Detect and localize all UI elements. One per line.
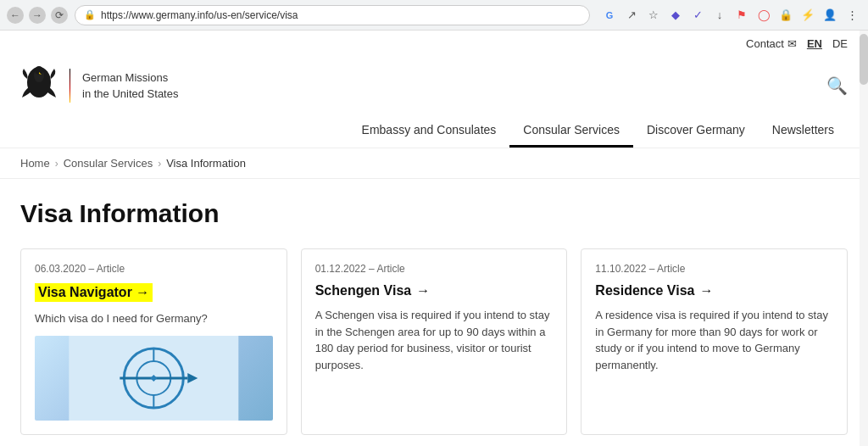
contact-label: Contact (746, 37, 784, 50)
google-icon[interactable]: G (600, 6, 619, 25)
forward-button[interactable]: → (29, 7, 46, 24)
top-bar: Contact ✉ EN DE (0, 31, 868, 57)
breadcrumb-current: Visa Information (166, 157, 246, 170)
visa-nav-illustration (35, 336, 273, 421)
lang-de-button[interactable]: DE (832, 37, 848, 50)
contact-link[interactable]: Contact ✉ (746, 37, 797, 50)
breadcrumb-sep2: › (158, 158, 161, 170)
header-top: German Missions in the United States 🔍 (20, 64, 848, 114)
mission-line1: German Missions (82, 70, 178, 86)
opera-icon[interactable]: ◯ (754, 6, 773, 25)
site-header: German Missions in the United States 🔍 E… (0, 57, 868, 148)
lock-icon: 🔒 (84, 9, 96, 20)
info-icon[interactable]: ⚑ (732, 6, 751, 25)
email-icon: ✉ (787, 37, 797, 50)
url-text: https://www.germany.info/us-en/service/v… (101, 9, 581, 21)
card-residence: 11.10.2022 – Article Residence Visa → A … (581, 248, 848, 435)
browser-icons: G ↗ ☆ ◆ ✓ ↓ ⚑ ◯ 🔒 ⚡ 👤 ⋮ (600, 6, 861, 25)
logo-text: German Missions in the United States (82, 70, 178, 103)
browser-controls: ← → ⟳ (7, 7, 68, 24)
profile-icon[interactable]: 👤 (821, 6, 839, 25)
menu-icon[interactable]: ⋮ (843, 6, 861, 25)
nav-newsletters[interactable]: Newsletters (759, 114, 848, 148)
page-title: Visa Information (20, 199, 848, 228)
breadcrumb-sep1: › (55, 158, 58, 170)
breadcrumb-home[interactable]: Home (20, 157, 50, 170)
breadcrumb: Home › Consular Services › Visa Informat… (0, 148, 868, 179)
nav-discover[interactable]: Discover Germany (633, 114, 759, 148)
card-date-0: 06.03.2020 – Article (35, 263, 273, 275)
lang-en-button[interactable]: EN (807, 37, 822, 50)
download-icon[interactable]: ↓ (710, 6, 729, 25)
card-title-1[interactable]: Schengen Visa → (315, 283, 554, 298)
card-arrow-2: → (699, 283, 713, 298)
scrollbar-thumb[interactable] (860, 34, 868, 85)
website: Contact ✉ EN DE (0, 31, 868, 446)
main-nav: Embassy and Consulates Consular Services… (20, 114, 848, 148)
flag-bar (70, 69, 70, 103)
card-title-highlight-0: Visa Navigator → (35, 283, 153, 302)
card-title-0[interactable]: Visa Navigator → (35, 283, 273, 302)
logo-area[interactable]: German Missions in the United States (20, 64, 178, 108)
card-desc-0: Which visa do I need for Germany? (35, 310, 273, 327)
extension-icon[interactable]: ⚡ (798, 6, 817, 25)
nav-consular[interactable]: Consular Services (509, 114, 633, 148)
star-icon[interactable]: ☆ (644, 6, 663, 25)
card-desc-2: A residence visa is required if you inte… (595, 307, 833, 373)
breadcrumb-consular[interactable]: Consular Services (64, 157, 153, 170)
refresh-button[interactable]: ⟳ (51, 7, 68, 24)
address-bar[interactable]: 🔒 https://www.germany.info/us-en/service… (75, 5, 590, 25)
browser-chrome: ← → ⟳ 🔒 https://www.germany.info/us-en/s… (0, 0, 868, 31)
card-date-1: 01.12.2022 – Article (315, 263, 554, 275)
card-arrow-1: → (416, 283, 430, 298)
search-button[interactable]: 🔍 (826, 75, 848, 96)
back-button[interactable]: ← (7, 7, 24, 24)
eagle-logo (20, 64, 58, 108)
shield-icon[interactable]: ◆ (666, 6, 685, 25)
card-image-0 (35, 336, 273, 421)
card-desc-1: A Schengen visa is required if you inten… (315, 307, 554, 373)
cards-grid: 06.03.2020 – Article Visa Navigator → Wh… (20, 248, 848, 435)
card-arrow-0: → (136, 285, 149, 299)
card-title-2[interactable]: Residence Visa → (595, 283, 833, 298)
nav-embassy[interactable]: Embassy and Consulates (348, 114, 510, 148)
scrollbar[interactable] (860, 31, 868, 446)
mission-line2: in the United States (82, 86, 178, 103)
lock2-icon[interactable]: 🔒 (776, 6, 795, 25)
card-schengen: 01.12.2022 – Article Schengen Visa → A S… (301, 248, 568, 435)
card-date-2: 11.10.2022 – Article (595, 263, 833, 275)
card-visa-navigator: 06.03.2020 – Article Visa Navigator → Wh… (20, 248, 287, 435)
main-content: Visa Information 06.03.2020 – Article Vi… (0, 179, 868, 446)
share-icon[interactable]: ↗ (622, 6, 641, 25)
vpn-icon[interactable]: ✓ (688, 6, 707, 25)
